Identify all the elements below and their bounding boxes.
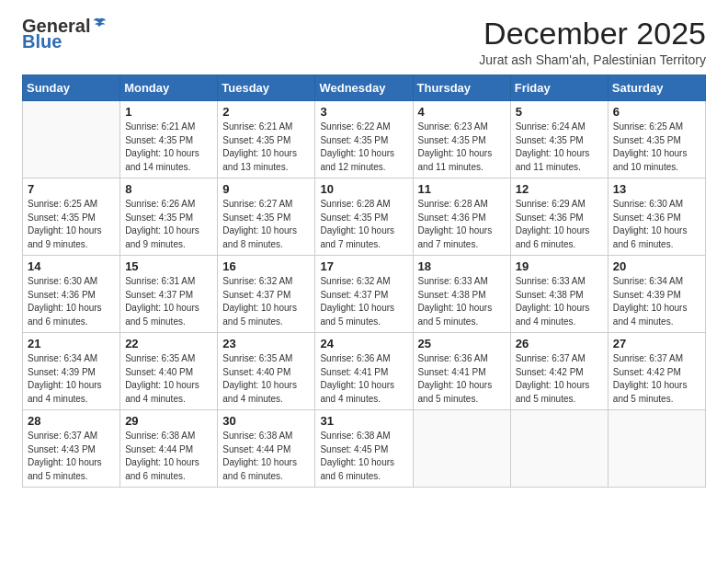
day-number: 7 [28, 182, 115, 196]
day-info: Sunrise: 6:25 AM Sunset: 4:35 PM Dayligh… [28, 198, 115, 251]
day-info: Sunrise: 6:38 AM Sunset: 4:45 PM Dayligh… [320, 430, 407, 483]
day-number: 16 [222, 259, 310, 273]
calendar-day-cell: 13Sunrise: 6:30 AM Sunset: 4:36 PM Dayli… [608, 178, 705, 256]
day-info: Sunrise: 6:32 AM Sunset: 4:37 PM Dayligh… [222, 275, 310, 328]
day-info: Sunrise: 6:36 AM Sunset: 4:41 PM Dayligh… [418, 352, 506, 406]
day-info: Sunrise: 6:31 AM Sunset: 4:37 PM Dayligh… [125, 275, 212, 328]
calendar-table: SundayMondayTuesdayWednesdayThursdayFrid… [22, 75, 706, 488]
day-number: 1 [125, 105, 212, 119]
day-info: Sunrise: 6:38 AM Sunset: 4:44 PM Dayligh… [222, 430, 310, 483]
day-info: Sunrise: 6:27 AM Sunset: 4:35 PM Dayligh… [222, 198, 310, 251]
day-number: 18 [418, 259, 506, 273]
day-info: Sunrise: 6:34 AM Sunset: 4:39 PM Dayligh… [613, 275, 700, 328]
day-number: 8 [125, 182, 212, 196]
day-number: 31 [320, 414, 407, 428]
calendar-day-cell: 25Sunrise: 6:36 AM Sunset: 4:41 PM Dayli… [413, 333, 510, 410]
day-number: 6 [613, 105, 700, 119]
calendar-day-cell: 17Sunrise: 6:32 AM Sunset: 4:37 PM Dayli… [315, 256, 413, 333]
day-number: 28 [28, 414, 115, 428]
day-info: Sunrise: 6:37 AM Sunset: 4:42 PM Dayligh… [516, 352, 603, 406]
calendar-day-cell: 11Sunrise: 6:28 AM Sunset: 4:36 PM Dayli… [413, 178, 510, 256]
day-info: Sunrise: 6:33 AM Sunset: 4:38 PM Dayligh… [418, 275, 506, 328]
day-number: 15 [125, 259, 212, 273]
day-number: 23 [222, 337, 310, 350]
day-info: Sunrise: 6:29 AM Sunset: 4:36 PM Dayligh… [516, 198, 603, 251]
calendar-day-cell [510, 410, 608, 488]
day-number: 11 [418, 182, 506, 196]
day-number: 26 [516, 337, 603, 350]
day-of-week-header: Sunday [23, 75, 120, 101]
day-of-week-header: Thursday [413, 75, 510, 101]
day-info: Sunrise: 6:33 AM Sunset: 4:38 PM Dayligh… [516, 275, 603, 328]
calendar-day-cell: 18Sunrise: 6:33 AM Sunset: 4:38 PM Dayli… [413, 256, 510, 333]
calendar-day-cell: 3Sunrise: 6:22 AM Sunset: 4:35 PM Daylig… [315, 101, 413, 178]
day-number: 5 [516, 105, 603, 119]
calendar-day-cell: 28Sunrise: 6:37 AM Sunset: 4:43 PM Dayli… [23, 410, 120, 488]
day-info: Sunrise: 6:23 AM Sunset: 4:35 PM Dayligh… [418, 121, 506, 174]
calendar-day-cell: 26Sunrise: 6:37 AM Sunset: 4:42 PM Dayli… [510, 333, 608, 410]
calendar-header: SundayMondayTuesdayWednesdayThursdayFrid… [23, 75, 706, 101]
subtitle: Jurat ash Sham'ah, Palestinian Territory [479, 52, 706, 67]
day-info: Sunrise: 6:30 AM Sunset: 4:36 PM Dayligh… [613, 198, 700, 251]
calendar-day-cell: 6Sunrise: 6:25 AM Sunset: 4:35 PM Daylig… [608, 101, 705, 178]
day-number: 24 [320, 337, 407, 350]
title-block: December 2025 Jurat ash Sham'ah, Palesti… [479, 17, 706, 67]
day-info: Sunrise: 6:34 AM Sunset: 4:39 PM Dayligh… [28, 352, 115, 406]
calendar-day-cell: 1Sunrise: 6:21 AM Sunset: 4:35 PM Daylig… [120, 101, 218, 178]
calendar-day-cell: 16Sunrise: 6:32 AM Sunset: 4:37 PM Dayli… [218, 256, 315, 333]
day-info: Sunrise: 6:25 AM Sunset: 4:35 PM Dayligh… [613, 121, 700, 174]
calendar-week-row: 1Sunrise: 6:21 AM Sunset: 4:35 PM Daylig… [23, 101, 706, 178]
day-number: 19 [516, 259, 603, 273]
day-number: 4 [418, 105, 506, 119]
day-info: Sunrise: 6:24 AM Sunset: 4:35 PM Dayligh… [516, 121, 603, 174]
logo-blue-text: Blue [22, 31, 62, 52]
header: General Blue December 2025 Jurat ash Sha… [22, 17, 706, 67]
day-of-week-header: Tuesday [218, 75, 315, 101]
calendar-day-cell: 27Sunrise: 6:37 AM Sunset: 4:42 PM Dayli… [608, 333, 705, 410]
day-info: Sunrise: 6:36 AM Sunset: 4:41 PM Dayligh… [320, 352, 407, 406]
calendar-day-cell: 23Sunrise: 6:35 AM Sunset: 4:40 PM Dayli… [218, 333, 315, 410]
day-of-week-header: Monday [120, 75, 218, 101]
day-info: Sunrise: 6:37 AM Sunset: 4:42 PM Dayligh… [613, 352, 700, 406]
day-number: 9 [222, 182, 310, 196]
calendar-day-cell: 20Sunrise: 6:34 AM Sunset: 4:39 PM Dayli… [608, 256, 705, 333]
day-number: 2 [222, 105, 310, 119]
calendar-day-cell: 24Sunrise: 6:36 AM Sunset: 4:41 PM Dayli… [315, 333, 413, 410]
calendar-day-cell: 31Sunrise: 6:38 AM Sunset: 4:45 PM Dayli… [315, 410, 413, 488]
page: General Blue December 2025 Jurat ash Sha… [0, 0, 728, 563]
calendar-week-row: 21Sunrise: 6:34 AM Sunset: 4:39 PM Dayli… [23, 333, 706, 410]
calendar-day-cell [608, 410, 705, 488]
day-header-row: SundayMondayTuesdayWednesdayThursdayFrid… [23, 75, 706, 101]
day-of-week-header: Friday [510, 75, 608, 101]
day-info: Sunrise: 6:21 AM Sunset: 4:35 PM Dayligh… [125, 121, 212, 174]
day-number: 30 [222, 414, 310, 428]
day-number: 22 [125, 337, 212, 350]
day-info: Sunrise: 6:38 AM Sunset: 4:44 PM Dayligh… [125, 430, 212, 483]
calendar-day-cell: 14Sunrise: 6:30 AM Sunset: 4:36 PM Dayli… [23, 256, 120, 333]
day-info: Sunrise: 6:35 AM Sunset: 4:40 PM Dayligh… [125, 352, 212, 406]
day-info: Sunrise: 6:32 AM Sunset: 4:37 PM Dayligh… [320, 275, 407, 328]
day-number: 12 [516, 182, 603, 196]
calendar-day-cell [23, 101, 120, 178]
calendar-day-cell [413, 410, 510, 488]
day-number: 13 [613, 182, 700, 196]
calendar-day-cell: 10Sunrise: 6:28 AM Sunset: 4:35 PM Dayli… [315, 178, 413, 256]
day-info: Sunrise: 6:26 AM Sunset: 4:35 PM Dayligh… [125, 198, 212, 251]
day-number: 21 [28, 337, 115, 350]
calendar-day-cell: 21Sunrise: 6:34 AM Sunset: 4:39 PM Dayli… [23, 333, 120, 410]
day-number: 14 [28, 259, 115, 273]
day-number: 10 [320, 182, 407, 196]
calendar-day-cell: 4Sunrise: 6:23 AM Sunset: 4:35 PM Daylig… [413, 101, 510, 178]
day-number: 27 [613, 337, 700, 350]
calendar-week-row: 7Sunrise: 6:25 AM Sunset: 4:35 PM Daylig… [23, 178, 706, 256]
calendar-day-cell: 12Sunrise: 6:29 AM Sunset: 4:36 PM Dayli… [510, 178, 608, 256]
calendar-week-row: 14Sunrise: 6:30 AM Sunset: 4:36 PM Dayli… [23, 256, 706, 333]
day-info: Sunrise: 6:28 AM Sunset: 4:36 PM Dayligh… [418, 198, 506, 251]
calendar-body: 1Sunrise: 6:21 AM Sunset: 4:35 PM Daylig… [23, 101, 706, 488]
day-number: 20 [613, 259, 700, 273]
calendar-day-cell: 22Sunrise: 6:35 AM Sunset: 4:40 PM Dayli… [120, 333, 218, 410]
day-info: Sunrise: 6:37 AM Sunset: 4:43 PM Dayligh… [28, 430, 115, 483]
calendar-day-cell: 19Sunrise: 6:33 AM Sunset: 4:38 PM Dayli… [510, 256, 608, 333]
day-info: Sunrise: 6:22 AM Sunset: 4:35 PM Dayligh… [320, 121, 407, 174]
calendar-day-cell: 29Sunrise: 6:38 AM Sunset: 4:44 PM Dayli… [120, 410, 218, 488]
